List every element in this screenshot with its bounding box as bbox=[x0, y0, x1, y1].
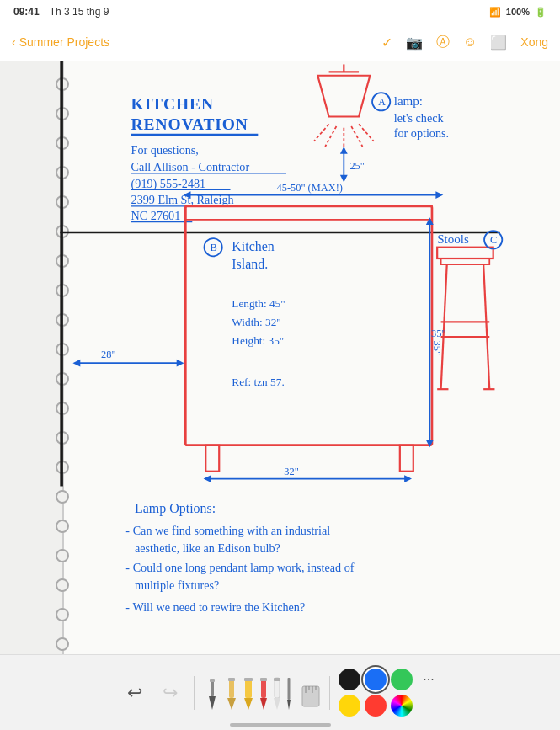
back-label: Summer Projects bbox=[19, 35, 109, 49]
lasso-icon[interactable]: Ⓐ bbox=[436, 34, 450, 51]
nav-bar: ‹ Summer Projects ✓ 📷 Ⓐ ☺ ⬜ Xong bbox=[0, 24, 560, 61]
svg-rect-93 bbox=[302, 686, 319, 706]
svg-text:aesthetic, like an Edison bulb: aesthetic, like an Edison bulb? bbox=[135, 541, 280, 555]
svg-text:35": 35" bbox=[431, 341, 443, 355]
svg-text:Stools: Stools bbox=[437, 232, 469, 246]
svg-line-17 bbox=[359, 124, 374, 141]
thin-pen-tool[interactable] bbox=[285, 676, 293, 710]
svg-text:A: A bbox=[378, 96, 386, 108]
color-blue[interactable] bbox=[365, 669, 387, 690]
color-red[interactable] bbox=[365, 695, 387, 717]
time-display: 09:41 bbox=[13, 6, 40, 18]
svg-text:- Will we need to rewire the K: - Will we need to rewire the Kitchen? bbox=[125, 600, 305, 614]
wifi-icon: 📶 bbox=[489, 7, 501, 18]
svg-text:lamp:: lamp: bbox=[394, 94, 423, 108]
svg-rect-34 bbox=[185, 206, 432, 445]
color-multicolor[interactable] bbox=[391, 695, 413, 717]
date-display: Th 3 15 thg 9 bbox=[50, 6, 109, 18]
svg-marker-92 bbox=[287, 700, 291, 710]
toolbar-divider-1 bbox=[194, 676, 195, 710]
camera-icon[interactable]: 📷 bbox=[406, 35, 423, 51]
emoji-icon[interactable]: ☺ bbox=[463, 35, 477, 50]
status-icons: 📶 100% 🔋 bbox=[489, 7, 547, 18]
share-icon[interactable]: ⬜ bbox=[490, 35, 507, 51]
svg-marker-58 bbox=[72, 360, 80, 367]
svg-rect-32 bbox=[60, 61, 63, 232]
marker-tool[interactable] bbox=[224, 676, 239, 710]
svg-rect-91 bbox=[288, 678, 291, 700]
eraser-tool[interactable] bbox=[272, 676, 282, 710]
toolbar: ↩ ↪ bbox=[0, 654, 560, 730]
fountain-pen-tool[interactable] bbox=[203, 678, 221, 710]
svg-text:multiple fixtures?: multiple fixtures? bbox=[135, 578, 219, 592]
status-bar: 09:41 Th 3 15 thg 9 📶 100% 🔋 bbox=[0, 0, 560, 24]
status-time: 09:41 Th 3 15 thg 9 bbox=[13, 6, 109, 18]
pen-tools bbox=[203, 676, 321, 710]
svg-text:Island.: Island. bbox=[232, 257, 268, 271]
nav-actions: ✓ 📷 Ⓐ ☺ ⬜ Xong bbox=[381, 34, 548, 51]
red-pen-tool[interactable] bbox=[258, 676, 269, 710]
svg-text:for options.: for options. bbox=[394, 126, 449, 140]
svg-text:Length: 45": Length: 45" bbox=[232, 297, 285, 310]
svg-text:Kitchen: Kitchen bbox=[232, 239, 275, 253]
svg-text:Ref: tzn 57.: Ref: tzn 57. bbox=[232, 376, 284, 388]
svg-text:NC 27601: NC 27601 bbox=[131, 209, 181, 222]
battery-display: 100% bbox=[506, 7, 530, 17]
svg-marker-77 bbox=[209, 696, 216, 710]
undo-button[interactable]: ↩ bbox=[120, 678, 150, 708]
redo-button[interactable]: ↪ bbox=[155, 678, 185, 708]
svg-marker-67 bbox=[204, 475, 211, 482]
svg-text:45-50" (MAX!): 45-50" (MAX!) bbox=[277, 182, 343, 194]
svg-text:For questions,: For questions, bbox=[131, 143, 199, 157]
svg-line-14 bbox=[325, 126, 336, 147]
svg-marker-83 bbox=[244, 698, 253, 710]
svg-rect-78 bbox=[210, 679, 215, 682]
svg-marker-25 bbox=[340, 175, 348, 183]
color-green[interactable] bbox=[391, 669, 413, 690]
note-drawing: KITCHEN RENOVATION For questions, Call A… bbox=[0, 61, 560, 654]
svg-text:(919) 555-2481: (919) 555-2481 bbox=[131, 177, 206, 191]
color-black[interactable] bbox=[339, 669, 360, 690]
svg-rect-37 bbox=[400, 445, 413, 472]
battery-icon: 🔋 bbox=[535, 7, 547, 18]
svg-line-48 bbox=[441, 264, 447, 389]
svg-rect-90 bbox=[274, 678, 280, 681]
svg-text:C: C bbox=[490, 234, 497, 246]
svg-rect-87 bbox=[260, 678, 267, 681]
svg-text:32": 32" bbox=[284, 466, 298, 477]
user-name[interactable]: Xong bbox=[520, 35, 548, 49]
svg-text:let's check: let's check bbox=[394, 111, 445, 125]
more-colors-button[interactable]: ··· bbox=[417, 669, 440, 690]
svg-rect-36 bbox=[205, 445, 219, 472]
color-yellow[interactable] bbox=[339, 695, 360, 717]
svg-text:35": 35" bbox=[431, 328, 445, 339]
svg-text:28": 28" bbox=[101, 349, 115, 360]
svg-rect-81 bbox=[228, 678, 235, 681]
svg-line-16 bbox=[351, 126, 362, 147]
svg-line-49 bbox=[483, 264, 489, 389]
svg-rect-33 bbox=[60, 232, 63, 487]
svg-text:Call Allison - Contractor: Call Allison - Contractor bbox=[131, 160, 250, 173]
note-canvas[interactable]: KITCHEN RENOVATION For questions, Call A… bbox=[0, 61, 560, 654]
svg-rect-35 bbox=[185, 206, 432, 220]
highlighter-tool[interactable] bbox=[242, 676, 255, 710]
svg-text:B: B bbox=[211, 242, 217, 253]
svg-marker-68 bbox=[404, 475, 412, 482]
svg-rect-84 bbox=[244, 678, 253, 681]
svg-marker-89 bbox=[274, 698, 280, 710]
svg-text:- Could one long pendant lamp : - Could one long pendant lamp work, inst… bbox=[125, 561, 354, 574]
svg-text:- Can we find something with a: - Can we find something with an industri… bbox=[125, 524, 330, 537]
svg-text:Lamp Options:: Lamp Options: bbox=[135, 501, 216, 516]
svg-text:KITCHEN: KITCHEN bbox=[131, 95, 214, 113]
ruler-tool[interactable] bbox=[301, 679, 321, 710]
svg-marker-59 bbox=[177, 360, 184, 367]
svg-line-13 bbox=[314, 124, 329, 141]
svg-text:Height: 35": Height: 35" bbox=[232, 334, 284, 347]
chevron-left-icon: ‹ bbox=[12, 35, 16, 49]
svg-marker-80 bbox=[227, 698, 236, 710]
svg-marker-29 bbox=[435, 191, 443, 199]
toolbar-divider-2 bbox=[329, 676, 330, 710]
checkmark-icon[interactable]: ✓ bbox=[381, 35, 392, 51]
back-button[interactable]: ‹ Summer Projects bbox=[12, 35, 109, 49]
svg-text:Width: 32": Width: 32" bbox=[232, 316, 280, 328]
